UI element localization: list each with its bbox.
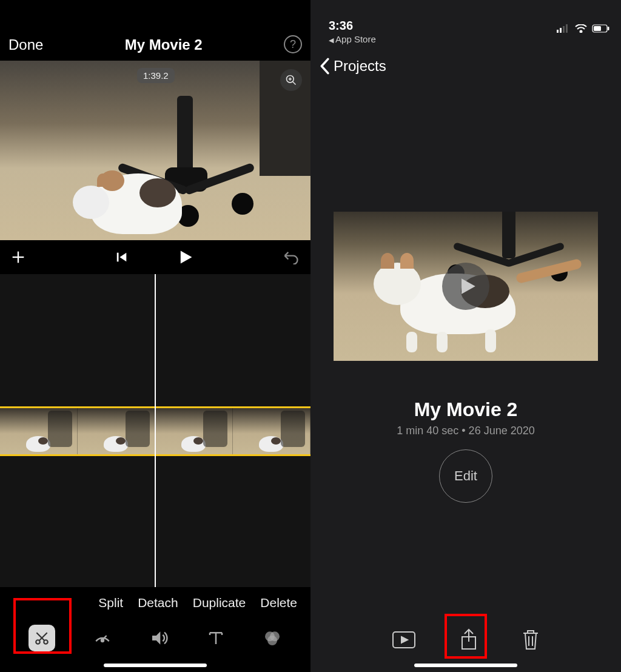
battery-icon xyxy=(592,24,610,33)
timestamp-badge: 1:39.2 xyxy=(137,68,175,83)
play-project-button[interactable] xyxy=(392,631,416,649)
home-indicator[interactable] xyxy=(414,664,517,667)
play-button[interactable] xyxy=(177,249,194,266)
edit-button[interactable]: Edit xyxy=(439,449,492,503)
svg-point-22 xyxy=(267,636,277,645)
back-chevron-icon[interactable] xyxy=(319,58,330,75)
svg-marker-31 xyxy=(462,278,475,294)
scissors-tool[interactable] xyxy=(29,625,55,651)
preview-cat-graphic xyxy=(73,149,188,240)
undo-button[interactable] xyxy=(283,250,300,264)
speed-tool[interactable] xyxy=(93,628,112,648)
playhead-line[interactable] xyxy=(155,274,156,587)
delete-project-button[interactable] xyxy=(522,629,540,651)
status-bar: 3:36 xyxy=(310,0,621,34)
svg-rect-23 xyxy=(557,30,559,33)
movie-title: My Movie 2 xyxy=(125,36,203,53)
svg-marker-15 xyxy=(152,631,160,644)
project-thumbnail[interactable] xyxy=(334,212,598,361)
svg-rect-25 xyxy=(563,26,565,33)
wifi-icon xyxy=(575,24,587,33)
editor-screen: Done My Movie 2 ? 1:39.2 xyxy=(0,0,310,672)
svg-point-27 xyxy=(580,31,582,33)
share-button[interactable] xyxy=(460,628,478,651)
clip-thumbnail[interactable] xyxy=(155,408,233,454)
add-media-button[interactable] xyxy=(10,249,27,266)
projects-screen: 3:36 App Store Projects My xyxy=(310,0,621,672)
svg-marker-8 xyxy=(181,251,192,264)
project-name: My Movie 2 xyxy=(310,398,621,421)
clip-actions-bar: Split Detach Duplicate Delete xyxy=(0,587,310,672)
status-time: 3:36 xyxy=(329,19,353,33)
svg-marker-33 xyxy=(401,637,408,643)
split-button[interactable]: Split xyxy=(98,596,123,610)
svg-rect-24 xyxy=(560,28,562,33)
projects-header: Projects xyxy=(310,48,621,84)
project-meta: 1 min 40 sec • 26 June 2020 xyxy=(310,425,621,437)
clip-thumbnail[interactable] xyxy=(0,408,78,454)
project-card xyxy=(334,212,598,361)
svg-marker-7 xyxy=(119,253,126,262)
play-overlay-button[interactable] xyxy=(442,263,489,310)
zoom-in-button[interactable] xyxy=(280,69,302,91)
help-button[interactable]: ? xyxy=(284,35,302,53)
text-tool[interactable] xyxy=(207,629,225,647)
video-preview[interactable]: 1:39.2 xyxy=(0,61,310,240)
svg-rect-30 xyxy=(608,27,609,30)
clip-thumbnail[interactable] xyxy=(233,408,310,454)
duplicate-button[interactable]: Duplicate xyxy=(193,596,246,610)
svg-rect-29 xyxy=(594,26,601,31)
playhead-marker-icon xyxy=(147,241,164,251)
editor-header: Done My Movie 2 ? xyxy=(0,0,310,61)
project-toolbar xyxy=(310,619,621,661)
volume-tool[interactable] xyxy=(150,628,169,648)
delete-button[interactable]: Delete xyxy=(260,596,297,610)
filters-tool[interactable] xyxy=(263,628,282,648)
clip-thumbnail[interactable] xyxy=(78,408,155,454)
svg-rect-6 xyxy=(117,253,119,262)
timeline[interactable] xyxy=(0,274,310,587)
return-to-app[interactable]: App Store xyxy=(310,34,621,48)
svg-rect-26 xyxy=(566,24,568,33)
svg-line-1 xyxy=(293,82,296,85)
done-button[interactable]: Done xyxy=(8,36,43,53)
detach-button[interactable]: Detach xyxy=(138,596,178,610)
svg-point-14 xyxy=(101,639,104,642)
skip-back-button[interactable] xyxy=(115,250,129,264)
projects-title[interactable]: Projects xyxy=(334,58,386,75)
signal-icon xyxy=(557,24,570,33)
home-indicator[interactable] xyxy=(104,664,207,667)
